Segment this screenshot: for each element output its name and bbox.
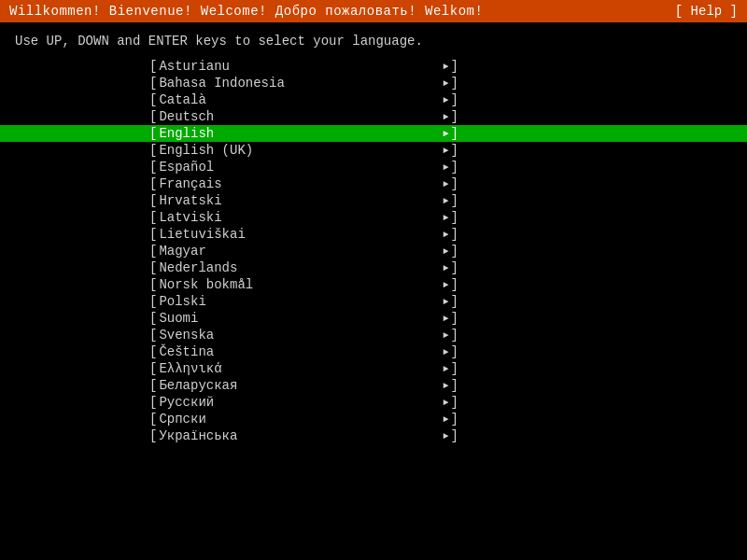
language-item-српски[interactable]: [ Српски ►]: [0, 411, 747, 427]
arrow-icon: ►: [443, 213, 448, 223]
arrow-bracket: ►]: [443, 210, 458, 225]
arrow-bracket: ►]: [443, 244, 458, 259]
arrow-icon: ►: [443, 414, 448, 425]
arrow-bracket: ►]: [443, 143, 458, 158]
arrow-bracket: ►]: [443, 109, 458, 124]
language-item-svenska[interactable]: [ Svenska ►]: [0, 327, 747, 343]
bracket-left: [: [149, 92, 157, 107]
lang-name: Русский: [159, 395, 439, 410]
arrow-icon: ►: [443, 246, 448, 257]
language-item-magyar[interactable]: [ Magyar ►]: [0, 243, 747, 259]
arrow-bracket: ►]: [443, 344, 458, 359]
language-item-lietuviškai[interactable]: [ Lietuviškai ►]: [0, 226, 747, 243]
bracket-left: [: [149, 59, 157, 74]
bracket-left: [: [149, 76, 157, 91]
arrow-bracket: ►]: [443, 311, 458, 326]
arrow-bracket: ►]: [443, 412, 458, 427]
arrow-bracket: ►]: [443, 76, 458, 91]
bracket-right: ]: [450, 193, 458, 208]
header-title: Willkommen! Bienvenue! Welcome! Добро по…: [9, 4, 483, 19]
bracket-left: [: [149, 193, 157, 208]
language-item-asturianu[interactable]: [ Asturianu ►]: [0, 58, 747, 75]
lang-name: Deutsch: [159, 109, 439, 124]
lang-name: Hrvatski: [159, 193, 439, 208]
language-item-norsk-bokmål[interactable]: [ Norsk bokmål ►]: [0, 276, 747, 293]
bracket-right: ]: [450, 59, 458, 74]
bracket-right: ]: [450, 395, 458, 410]
bracket-left: [: [149, 143, 157, 158]
arrow-bracket: ►]: [443, 126, 458, 141]
bracket-left: [: [149, 328, 157, 343]
arrow-icon: ►: [443, 297, 448, 307]
bracket-right: ]: [450, 428, 458, 443]
bracket-right: ]: [450, 126, 458, 141]
arrow-icon: ►: [443, 162, 448, 173]
bracket-right: ]: [450, 260, 458, 275]
bracket-right: ]: [450, 160, 458, 175]
bracket-left: [: [149, 378, 157, 393]
language-item-nederlands[interactable]: [ Nederlands ►]: [0, 259, 747, 276]
arrow-bracket: ►]: [443, 428, 458, 443]
lang-name: Čeština: [159, 344, 439, 359]
arrow-bracket: ►]: [443, 59, 458, 74]
arrow-icon: ►: [443, 95, 448, 105]
bracket-left: [: [149, 244, 157, 259]
bracket-left: [: [149, 210, 157, 225]
language-item-français[interactable]: [ Français ►]: [0, 175, 747, 192]
language-item-latviski[interactable]: [ Latviski ►]: [0, 209, 747, 226]
arrow-bracket: ►]: [443, 378, 458, 393]
language-item-čeština[interactable]: [ Čeština ►]: [0, 343, 747, 360]
language-item-polski[interactable]: [ Polski ►]: [0, 293, 747, 310]
language-item-українська[interactable]: [ Українська ►]: [0, 427, 747, 444]
arrow-bracket: ►]: [443, 92, 458, 107]
arrow-bracket: ►]: [443, 193, 458, 208]
language-item-suomi[interactable]: [ Suomi ►]: [0, 310, 747, 327]
lang-name: Norsk bokmål: [159, 277, 439, 292]
arrow-bracket: ►]: [443, 328, 458, 343]
arrow-icon: ►: [443, 129, 448, 139]
lang-name: Català: [159, 92, 439, 107]
bracket-right: ]: [450, 311, 458, 326]
lang-name: Lietuviškai: [159, 227, 439, 242]
header-bar: Willkommen! Bienvenue! Welcome! Добро по…: [0, 0, 747, 22]
bracket-right: ]: [450, 277, 458, 292]
arrow-icon: ►: [443, 347, 448, 357]
bracket-left: [: [149, 176, 157, 191]
arrow-bracket: ►]: [443, 227, 458, 242]
bracket-left: [: [149, 361, 157, 376]
header-help[interactable]: [ Help ]: [675, 4, 738, 19]
arrow-bracket: ►]: [443, 260, 458, 275]
bracket-right: ]: [450, 244, 458, 259]
bracket-right: ]: [450, 143, 458, 158]
bracket-right: ]: [450, 344, 458, 359]
language-item-english[interactable]: [ English ►]: [0, 125, 747, 142]
instruction-text: Use UP, DOWN and ENTER keys to select yo…: [0, 22, 747, 58]
language-list: [ Asturianu ►][ Bahasa Indonesia ►][ Cat…: [0, 58, 747, 444]
lang-name: Polski: [159, 294, 439, 309]
language-item-deutsch[interactable]: [ Deutsch ►]: [0, 108, 747, 125]
language-item-català[interactable]: [ Català ►]: [0, 91, 747, 108]
arrow-icon: ►: [443, 196, 448, 206]
language-item-ελληνικά[interactable]: [ Ελληνικά ►]: [0, 360, 747, 377]
lang-name: Nederlands: [159, 260, 439, 275]
language-item-english-(uk)[interactable]: [ English (UK) ►]: [0, 142, 747, 159]
arrow-bracket: ►]: [443, 294, 458, 309]
language-item-español[interactable]: [ Español ►]: [0, 159, 747, 175]
arrow-icon: ►: [443, 112, 448, 122]
arrow-icon: ►: [443, 398, 448, 408]
language-item-hrvatski[interactable]: [ Hrvatski ►]: [0, 192, 747, 209]
bracket-right: ]: [450, 109, 458, 124]
lang-name: Bahasa Indonesia: [159, 76, 439, 91]
arrow-bracket: ►]: [443, 395, 458, 410]
bracket-left: [: [149, 344, 157, 359]
lang-name: Suomi: [159, 311, 439, 326]
language-item-русский[interactable]: [ Русский ►]: [0, 394, 747, 411]
arrow-bracket: ►]: [443, 176, 458, 191]
bracket-left: [: [149, 428, 157, 443]
language-item-bahasa-indonesia[interactable]: [ Bahasa Indonesia ►]: [0, 75, 747, 91]
language-item-беларуская[interactable]: [ Беларуская ►]: [0, 377, 747, 394]
lang-name: English (UK): [159, 143, 439, 158]
bracket-right: ]: [450, 176, 458, 191]
bracket-left: [: [149, 126, 157, 141]
arrow-icon: ►: [443, 62, 448, 72]
